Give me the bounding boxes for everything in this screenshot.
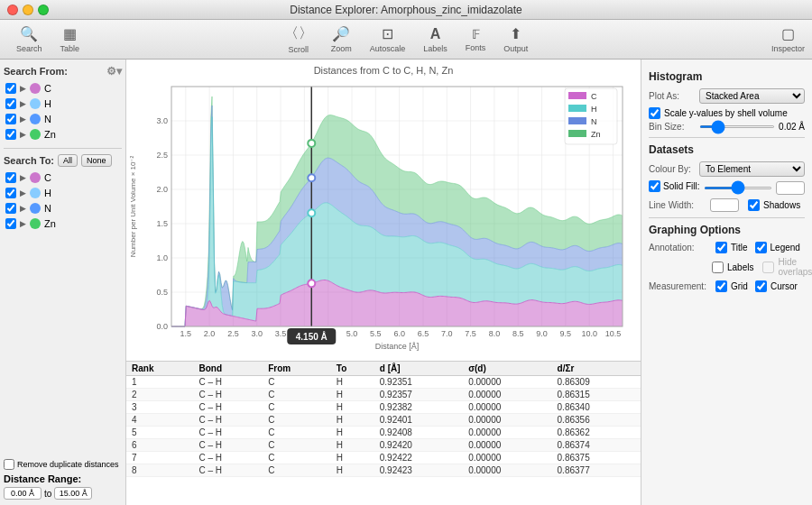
col-header: To: [331, 362, 374, 376]
atom-expand-c[interactable]: ▶: [20, 84, 26, 93]
table-cell: 0.92382: [374, 401, 463, 414]
atom-dot-c: [30, 172, 41, 183]
atom-expand-n[interactable]: ▶: [20, 204, 26, 213]
atom-row-zn: ▶Zn: [4, 216, 122, 231]
hide-overlaps-checkbox[interactable]: [762, 262, 774, 273]
gear-icon[interactable]: ⚙▾: [106, 65, 122, 78]
graphing-section-title: Graphing Options: [649, 224, 805, 236]
scroll-tool[interactable]: 〈〉 Scroll: [275, 21, 322, 58]
zoom-tool[interactable]: 🔎 Zoom: [322, 22, 361, 57]
atom-checkbox-n[interactable]: [5, 114, 16, 124]
atom-expand-c[interactable]: ▶: [20, 173, 26, 182]
search-tool[interactable]: 🔍 Search: [7, 22, 51, 57]
legend-checkbox[interactable]: [755, 242, 767, 253]
table-tool[interactable]: ▦ Table: [51, 22, 89, 57]
shadows-label: Shadows: [763, 200, 800, 210]
fonts-tool[interactable]: 𝔽 Fonts: [457, 23, 495, 56]
table-cell: 5: [126, 427, 193, 439]
close-button[interactable]: [7, 5, 18, 15]
atom-checkbox-h[interactable]: [5, 188, 16, 198]
atom-checkbox-c[interactable]: [5, 83, 16, 94]
line-width-value[interactable]: 1.0: [710, 198, 739, 212]
table-row[interactable]: 7C – HCH0.924220.000000.86375: [126, 452, 641, 464]
plot-as-select[interactable]: Stacked Area: [699, 88, 805, 104]
distance-range-row: to: [4, 487, 122, 500]
hide-overlaps-label: Hide overlaps: [778, 257, 812, 277]
chart-area: Distances from C to C, H, N, Zn: [126, 60, 641, 361]
table-area[interactable]: RankBondFromTod [Å]σ(d)d/Σr 1C – HCH0.92…: [126, 361, 641, 505]
fonts-label: Fonts: [466, 43, 486, 52]
cursor-checkbox[interactable]: [755, 280, 767, 292]
table-row[interactable]: 8C – HCH0.924230.000000.86377: [126, 464, 641, 477]
window-controls[interactable]: [7, 5, 49, 15]
table-row[interactable]: 2C – HCH0.923570.000000.86315: [126, 389, 641, 401]
center-panel: Distances from C to C, H, N, Zn RankBond…: [126, 60, 641, 505]
atom-checkbox-zn[interactable]: [5, 129, 16, 140]
table-header-row: RankBondFromTod [Å]σ(d)d/Σr: [126, 362, 641, 376]
atom-expand-h[interactable]: ▶: [20, 99, 26, 108]
remove-duplicates-checkbox[interactable]: [4, 459, 14, 470]
atoms-from-list: ▶C▶H▶N▶Zn: [4, 81, 122, 142]
minimize-button[interactable]: [23, 5, 33, 15]
colour-by-select[interactable]: To Element: [699, 161, 805, 177]
atom-checkbox-c[interactable]: [5, 172, 16, 183]
atom-checkbox-zn[interactable]: [5, 218, 16, 229]
sidebar: Search From: ⚙▾ ▶C▶H▶N▶Zn Search To: All…: [0, 60, 126, 505]
table-cell: 0.92422: [374, 452, 463, 464]
title-checkbox[interactable]: [715, 242, 727, 253]
inspector-button[interactable]: ▢ Inspector: [771, 25, 805, 53]
distance-range-from[interactable]: [4, 487, 42, 500]
atom-label-h: H: [44, 188, 51, 198]
table-cell: H: [331, 376, 374, 389]
atom-label-zn: Zn: [44, 129, 56, 140]
labels-icon: A: [430, 26, 441, 42]
atom-row-n: ▶N: [4, 112, 122, 126]
table-cell: 0.86375: [552, 452, 641, 464]
table-row[interactable]: 6C – HCH0.924200.000000.86374: [126, 439, 641, 452]
table-cell: 0.00000: [463, 452, 551, 464]
shadows-checkbox[interactable]: [748, 199, 760, 211]
scroll-icon: 〈〉: [284, 24, 313, 43]
bin-size-slider[interactable]: [699, 125, 775, 128]
line-width-label: Line Width:: [649, 200, 706, 210]
table-cell: 0.92408: [374, 427, 463, 439]
distance-range-to[interactable]: [54, 487, 92, 500]
labels-tool[interactable]: A Labels: [414, 23, 457, 57]
atom-label-h: H: [44, 98, 51, 109]
measurement-row: Measurement: Grid Cursor: [649, 280, 805, 292]
table-icon: ▦: [63, 25, 77, 42]
table-cell: C – H: [193, 414, 263, 427]
solid-fill-checkbox[interactable]: [649, 180, 660, 192]
atom-expand-h[interactable]: ▶: [20, 188, 26, 197]
atom-checkbox-n[interactable]: [5, 203, 16, 214]
none-button[interactable]: None: [81, 154, 112, 167]
table-cell: H: [331, 427, 374, 439]
scale-y-checkbox[interactable]: [649, 107, 660, 119]
labels-ann-checkbox[interactable]: [712, 262, 724, 273]
atom-dot-zn: [30, 218, 41, 229]
autoscale-tool[interactable]: ⊡ Autoscale: [361, 22, 415, 57]
table-row[interactable]: 1C – HCH0.923510.000000.86309: [126, 376, 641, 389]
grid-checkbox[interactable]: [715, 280, 727, 292]
table-cell: H: [331, 401, 374, 414]
table-cell: 0.00000: [463, 427, 551, 439]
table-cell: H: [331, 414, 374, 427]
solid-fill-slider[interactable]: [704, 187, 772, 189]
table-cell: 0.00000: [463, 401, 551, 414]
output-tool[interactable]: ⬆ Output: [494, 22, 537, 57]
atom-expand-zn[interactable]: ▶: [20, 219, 26, 228]
sidebar-divider-1: [4, 148, 122, 149]
table-label: Table: [60, 44, 80, 53]
maximize-button[interactable]: [38, 5, 49, 15]
all-button[interactable]: All: [58, 154, 78, 167]
solid-fill-value[interactable]: 0.50: [776, 181, 805, 195]
atom-expand-zn[interactable]: ▶: [20, 130, 26, 139]
table-row[interactable]: 5C – HCH0.924080.000000.86362: [126, 427, 641, 439]
table-row[interactable]: 3C – HCH0.923820.000000.86340: [126, 401, 641, 414]
atom-expand-n[interactable]: ▶: [20, 115, 26, 124]
main-chart[interactable]: [126, 78, 641, 359]
atom-label-c: C: [44, 83, 51, 94]
table-row[interactable]: 4C – HCH0.924010.000000.86356: [126, 414, 641, 427]
atom-checkbox-h[interactable]: [5, 98, 16, 109]
search-from-title: Search From: ⚙▾: [4, 65, 122, 78]
